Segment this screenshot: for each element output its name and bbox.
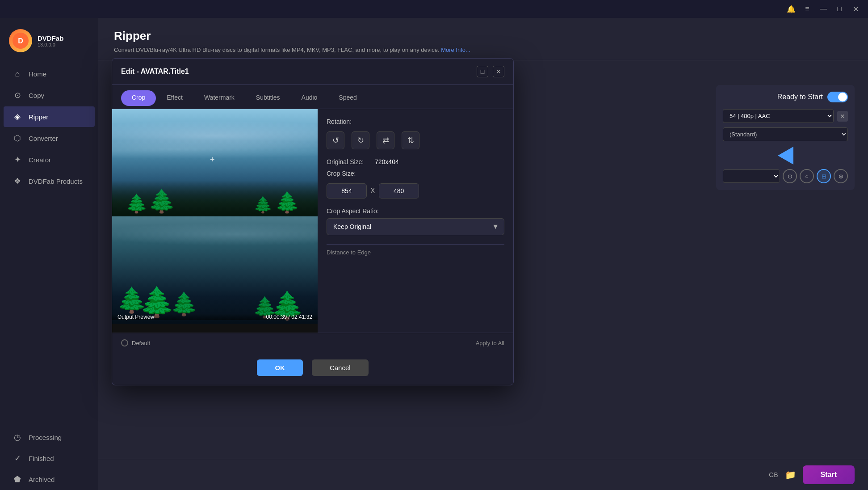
sidebar-item-home[interactable]: ⌂ Home [4, 64, 95, 84]
sub-format-select[interactable] [723, 169, 780, 183]
crop-size-label: Crop Size: [327, 170, 504, 177]
sidebar-item-processing[interactable]: ◷ Processing [4, 427, 95, 448]
modal-body: 🌲 🌲 🌲 🌲 🌲 🌲 🌲 🌲 🌲 Output Preview [112, 109, 513, 333]
notification-btn[interactable]: 🔔 [783, 1, 799, 17]
minimize-btn[interactable]: — [815, 1, 831, 17]
titlebar: 🔔 ≡ — □ ✕ [0, 0, 868, 18]
crop-height-input[interactable] [379, 183, 419, 199]
sidebar-label-dvdfab: DVDFab Products [29, 177, 83, 185]
ok-button[interactable]: OK [257, 359, 303, 376]
folder-icon[interactable]: 📁 [785, 469, 796, 480]
start-button[interactable]: Start [803, 465, 855, 484]
icon-btn-4[interactable]: ⊗ [834, 169, 848, 183]
ok-cancel-row: OK Cancel [112, 353, 513, 385]
rotation-buttons: ↺ ↻ ⇄ ⇅ [327, 131, 504, 149]
processing-icon: ◷ [13, 432, 22, 442]
icon-btn-2[interactable]: ○ [800, 169, 814, 183]
rotate-cw-btn[interactable]: ↻ [352, 131, 369, 149]
sidebar-label-processing: Processing [29, 434, 62, 441]
flip-h-btn[interactable]: ⇄ [377, 131, 394, 149]
icon-row: ⊙ ○ ⊞ ⊗ [723, 169, 848, 183]
crop-width-input[interactable] [327, 183, 367, 199]
original-size-value: 720x404 [375, 158, 399, 165]
menu-btn[interactable]: ≡ [799, 1, 815, 17]
sidebar-item-dvdfab-products[interactable]: ❖ DVDFab Products [4, 171, 95, 191]
storage-label: GB [769, 471, 778, 478]
sidebar-item-finished[interactable]: ✓ Finished [4, 448, 95, 469]
crop-x-separator: X [370, 187, 375, 195]
modal-tabs: Crop Effect Watermark Subtitles Audio Sp… [112, 85, 513, 109]
tab-crop[interactable]: Crop [121, 90, 156, 106]
aspect-ratio-select[interactable]: Keep Original [327, 218, 504, 235]
sidebar-label-copy: Copy [29, 92, 44, 99]
arrow-indicator [723, 147, 848, 165]
format-select[interactable]: 54 | 480p | AAC [723, 109, 834, 123]
rotation-label: Rotation: [327, 118, 504, 125]
maximize-btn[interactable]: □ [831, 1, 847, 17]
remove-format-btn[interactable]: ✕ [837, 111, 848, 122]
edit-modal: Edit - AVATAR.Title1 □ ✕ Crop Effect Wat… [112, 58, 514, 385]
preview-label: Output Preview [117, 314, 154, 320]
right-panel: Ready to Start 54 | 480p | AAC ✕ (Standa… [716, 85, 855, 190]
ready-toggle[interactable] [827, 92, 848, 102]
ripper-header: Ripper Convert DVD/Blu-ray/4K Ultra HD B… [98, 18, 868, 60]
close-btn[interactable]: ✕ [847, 1, 864, 17]
bottom-bar: GB 📁 Start [98, 459, 868, 490]
sidebar-item-converter[interactable]: ⬡ Converter [4, 128, 95, 148]
tab-audio[interactable]: Audio [291, 90, 328, 109]
sidebar-label-home: Home [29, 70, 46, 78]
sidebar-label-creator: Creator [29, 156, 51, 164]
flip-v-btn[interactable]: ⇅ [402, 131, 419, 149]
ripper-icon: ◈ [13, 112, 22, 122]
tab-subtitles[interactable]: Subtitles [245, 90, 291, 109]
finished-icon: ✓ [13, 453, 22, 463]
icon-btn-1[interactable]: ⊙ [783, 169, 797, 183]
video-preview-section: 🌲 🌲 🌲 🌲 🌲 🌲 🌲 🌲 🌲 Output Preview [112, 109, 318, 333]
logo-text-block: DVDFab 13.0.0.0 [38, 34, 63, 47]
sidebar-item-archived[interactable]: ⬟ Archived [4, 469, 95, 490]
video-overlay: Output Preview 00:00:39 / 02:41:32 [112, 314, 318, 320]
modal-controls: □ ✕ [477, 66, 504, 77]
dvdfab-icon: ❖ [13, 176, 22, 186]
sidebar-item-creator[interactable]: ✦ Creator [4, 149, 95, 170]
video-top: 🌲 🌲 🌲 🌲 [112, 109, 318, 216]
modal-maximize-btn[interactable]: □ [477, 66, 488, 77]
more-info-link[interactable]: More Info... [441, 46, 470, 53]
bottom-actions: Default Apply to All [112, 333, 513, 353]
format-row: 54 | 480p | AAC ✕ [723, 109, 848, 123]
crop-controls: Rotation: ↺ ↻ ⇄ ⇅ Original Size: 720x404… [318, 109, 513, 333]
radio-circle-icon [121, 339, 128, 346]
tab-speed[interactable]: Speed [328, 90, 367, 109]
crosshair-indicator [212, 160, 218, 166]
default-radio[interactable]: Default [121, 339, 150, 346]
apply-all-btn[interactable]: Apply to All [476, 340, 504, 346]
app-name: DVDFab [38, 34, 63, 42]
tab-effect[interactable]: Effect [156, 90, 193, 109]
converter-icon: ⬡ [13, 133, 22, 143]
cancel-button[interactable]: Cancel [312, 359, 369, 376]
timecode: 00:00:39 / 02:41:32 [266, 314, 312, 320]
modal-close-btn[interactable]: ✕ [493, 66, 504, 77]
aspect-ratio-row: Keep Original ▼ [327, 218, 504, 235]
original-size-label: Original Size: [327, 158, 371, 165]
creator-icon: ✦ [13, 155, 22, 165]
tab-watermark[interactable]: Watermark [193, 90, 245, 109]
crop-size-row: X [327, 183, 504, 199]
sidebar-item-copy[interactable]: ⊙ Copy [4, 85, 95, 106]
sidebar-label-converter: Converter [29, 135, 58, 142]
ready-to-start-row: Ready to Start [723, 92, 848, 102]
archived-icon: ⬟ [13, 474, 22, 484]
distance-label: Distance to Edge [327, 249, 504, 256]
aspect-ratio-label: Crop Aspect Ratio: [327, 207, 504, 215]
app-version: 13.0.0.0 [38, 42, 63, 47]
home-icon: ⌂ [13, 69, 22, 79]
page-description: Convert DVD/Blu-ray/4K Ultra HD Blu-ray … [114, 46, 852, 53]
ready-label: Ready to Start [777, 93, 823, 101]
sidebar-item-ripper[interactable]: ◈ Ripper [4, 106, 95, 127]
icon-btn-3[interactable]: ⊞ [817, 169, 831, 183]
svg-text:D: D [18, 37, 23, 45]
standard-select[interactable]: (Standard) [723, 127, 848, 141]
rotate-ccw-btn[interactable]: ↺ [327, 131, 344, 149]
original-size-row: Original Size: 720x404 [327, 158, 504, 165]
app-logo: D DVDFab 13.0.0.0 [0, 22, 98, 63]
